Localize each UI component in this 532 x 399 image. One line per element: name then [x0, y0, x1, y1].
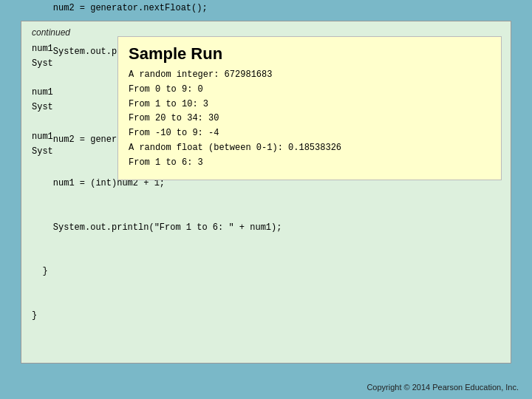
page-background: continued Sample Run A random integer: 6… [0, 0, 532, 399]
sample-run-box: Sample Run A random integer: 672981683 F… [117, 36, 502, 180]
bottom-line-7: } [32, 309, 500, 324]
bottom-line-5: System.out.println("From 1 to 6: " + num… [32, 221, 500, 236]
bottom-line-6: } [32, 265, 500, 279]
sample-line-4: From 20 to 34: 30 [129, 112, 491, 126]
sample-run-lines: A random integer: 672981683 From 0 to 9:… [129, 68, 491, 171]
copyright-text: Copyright © 2014 Pearson Education, Inc. [366, 383, 519, 392]
bottom-line-1: num2 = generator.nextFloat(); [32, 1, 500, 16]
sample-line-1: A random integer: 672981683 [129, 68, 491, 83]
sample-run-title: Sample Run [129, 44, 491, 64]
sample-line-2: From 0 to 9: 0 [129, 83, 491, 98]
sample-line-7: From 1 to 6: 3 [129, 156, 491, 171]
sample-line-5: From -10 to 9: -4 [129, 126, 491, 141]
sample-line-3: From 1 to 10: 3 [129, 98, 491, 112]
sample-line-6: A random float (between 0-1): 0.18538326 [129, 141, 491, 156]
main-content-box: continued Sample Run A random integer: 6… [21, 21, 511, 364]
